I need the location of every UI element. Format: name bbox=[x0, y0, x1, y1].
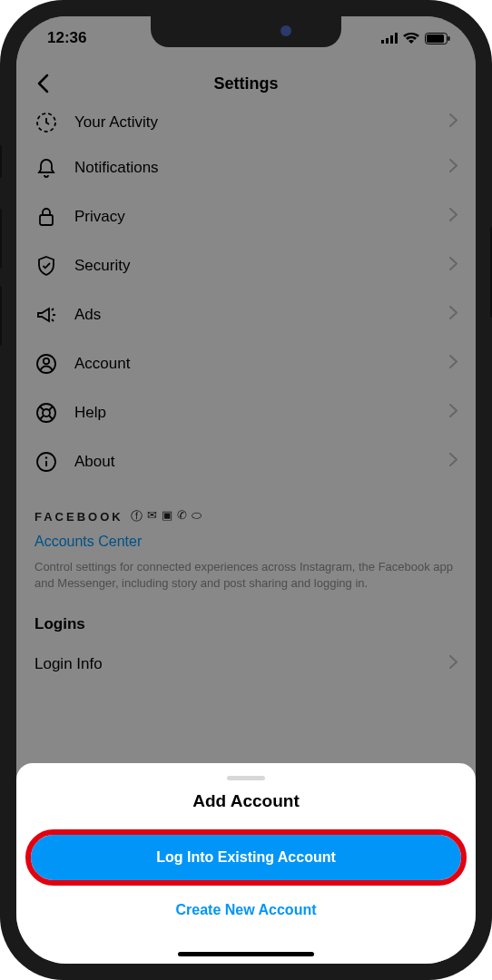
row-account[interactable]: Account bbox=[16, 339, 476, 388]
notch bbox=[151, 16, 341, 47]
wifi-icon bbox=[403, 33, 419, 44]
person-circle-icon bbox=[34, 352, 58, 376]
chevron-right-icon bbox=[449, 257, 458, 275]
screen: 12:36 Settings bbox=[16, 16, 476, 964]
facebook-description: Control settings for connected experienc… bbox=[34, 559, 458, 592]
chevron-right-icon bbox=[449, 159, 458, 177]
facebook-wordmark: FACEBOOK bbox=[34, 510, 123, 524]
status-time: 12:36 bbox=[47, 29, 86, 47]
row-security[interactable]: Security bbox=[16, 241, 476, 290]
row-help[interactable]: Help bbox=[16, 388, 476, 437]
row-login-info[interactable]: Login Info bbox=[16, 642, 476, 686]
row-privacy[interactable]: Privacy bbox=[16, 192, 476, 241]
row-label: Account bbox=[74, 355, 433, 373]
row-label: Help bbox=[74, 404, 433, 422]
chevron-right-icon bbox=[449, 306, 458, 324]
volume-up-button bbox=[0, 209, 2, 269]
row-about[interactable]: About bbox=[16, 437, 476, 486]
accounts-center-link[interactable]: Accounts Center bbox=[34, 534, 458, 550]
row-label: Privacy bbox=[74, 208, 433, 226]
page-title: Settings bbox=[213, 74, 278, 93]
svg-rect-1 bbox=[386, 38, 389, 44]
whatsapp-icon: ✆ bbox=[177, 508, 187, 524]
row-label: Login Info bbox=[34, 655, 433, 673]
sheet-drag-handle[interactable] bbox=[227, 776, 265, 780]
facebook-family-icons: ⓕ ✉ ▣ ✆ ⬭ bbox=[131, 508, 202, 524]
chevron-right-icon bbox=[449, 404, 458, 422]
lock-icon bbox=[34, 205, 58, 229]
bell-icon bbox=[34, 156, 58, 180]
facebook-app-icon: ⓕ bbox=[131, 508, 143, 524]
primary-button-wrap: Log Into Existing Account bbox=[31, 835, 461, 880]
svg-rect-2 bbox=[390, 35, 393, 44]
header: Settings bbox=[16, 60, 476, 107]
row-label: Your Activity bbox=[74, 113, 433, 132]
chevron-left-icon bbox=[36, 74, 49, 93]
cellular-icon bbox=[381, 33, 398, 44]
facebook-section: FACEBOOK ⓕ ✉ ▣ ✆ ⬭ Accounts Center Contr… bbox=[16, 499, 476, 599]
svg-rect-5 bbox=[427, 34, 444, 43]
log-into-existing-account-button[interactable]: Log Into Existing Account bbox=[31, 835, 461, 880]
status-indicators bbox=[381, 33, 450, 44]
activity-icon bbox=[34, 111, 58, 134]
svg-rect-3 bbox=[395, 33, 398, 44]
messenger-icon: ✉ bbox=[147, 508, 157, 524]
chevron-right-icon bbox=[449, 355, 458, 373]
logins-section-header: Logins bbox=[16, 599, 476, 642]
oculus-icon: ⬭ bbox=[192, 508, 202, 524]
svg-point-15 bbox=[45, 456, 47, 458]
svg-point-10 bbox=[44, 358, 49, 364]
row-your-activity[interactable]: Your Activity bbox=[16, 107, 476, 143]
row-label: Security bbox=[74, 257, 433, 275]
svg-rect-6 bbox=[448, 36, 450, 41]
chevron-right-icon bbox=[449, 655, 458, 673]
row-label: Ads bbox=[74, 306, 433, 324]
svg-rect-8 bbox=[40, 215, 53, 225]
sheet-title: Add Account bbox=[31, 791, 461, 811]
row-ads[interactable]: Ads bbox=[16, 290, 476, 339]
row-notifications[interactable]: Notifications bbox=[16, 143, 476, 192]
megaphone-icon bbox=[34, 303, 58, 327]
volume-down-button bbox=[0, 286, 2, 346]
divider bbox=[16, 486, 476, 499]
mute-switch bbox=[0, 145, 2, 178]
lifebuoy-icon bbox=[34, 401, 58, 425]
svg-point-12 bbox=[43, 409, 50, 416]
chevron-right-icon bbox=[449, 113, 458, 132]
phone-frame: 12:36 Settings bbox=[0, 0, 492, 980]
add-account-sheet: Add Account Log Into Existing Account Cr… bbox=[16, 763, 476, 964]
back-button[interactable] bbox=[29, 70, 56, 97]
shield-icon bbox=[34, 254, 58, 278]
battery-icon bbox=[425, 33, 450, 44]
instagram-icon: ▣ bbox=[162, 508, 172, 524]
facebook-brand-row: FACEBOOK ⓕ ✉ ▣ ✆ ⬭ bbox=[34, 508, 458, 524]
chevron-right-icon bbox=[449, 208, 458, 226]
row-label: About bbox=[74, 453, 433, 471]
info-icon bbox=[34, 450, 58, 474]
row-label: Notifications bbox=[74, 159, 433, 177]
chevron-right-icon bbox=[449, 453, 458, 471]
svg-rect-0 bbox=[381, 40, 384, 44]
home-indicator[interactable] bbox=[178, 952, 314, 956]
create-new-account-button[interactable]: Create New Account bbox=[31, 889, 461, 931]
